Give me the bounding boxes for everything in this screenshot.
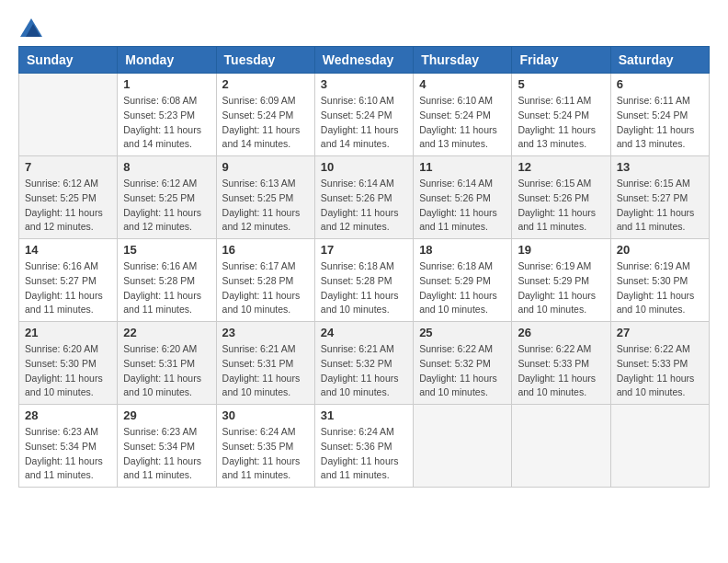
day-number: 1	[123, 77, 210, 91]
day-number: 25	[419, 326, 506, 339]
day-number: 10	[321, 160, 407, 174]
calendar-cell: 5Sunrise: 6:11 AM Sunset: 5:24 PM Daylig…	[512, 74, 610, 156]
day-info: Sunrise: 6:24 AM Sunset: 5:36 PM Dayligh…	[321, 425, 407, 483]
day-info: Sunrise: 6:18 AM Sunset: 5:29 PM Dayligh…	[419, 259, 506, 317]
day-info: Sunrise: 6:24 AM Sunset: 5:35 PM Dayligh…	[222, 425, 309, 483]
day-number: 24	[321, 326, 407, 339]
calendar-table: SundayMondayTuesdayWednesdayThursdayFrid…	[18, 46, 710, 488]
calendar-cell: 11Sunrise: 6:14 AM Sunset: 5:26 PM Dayli…	[414, 156, 512, 239]
calendar-cell: 8Sunrise: 6:12 AM Sunset: 5:25 PM Daylig…	[118, 156, 216, 239]
header-monday: Monday	[118, 47, 216, 74]
header-thursday: Thursday	[414, 47, 512, 74]
header-sunday: Sunday	[19, 47, 118, 74]
day-info: Sunrise: 6:23 AM Sunset: 5:34 PM Dayligh…	[123, 425, 210, 483]
day-info: Sunrise: 6:21 AM Sunset: 5:31 PM Dayligh…	[222, 342, 309, 400]
day-info: Sunrise: 6:22 AM Sunset: 5:32 PM Dayligh…	[419, 342, 506, 400]
day-info: Sunrise: 6:20 AM Sunset: 5:31 PM Dayligh…	[123, 342, 210, 400]
calendar-cell: 17Sunrise: 6:18 AM Sunset: 5:28 PM Dayli…	[314, 239, 413, 322]
day-info: Sunrise: 6:14 AM Sunset: 5:26 PM Dayligh…	[321, 177, 407, 235]
calendar-cell: 14Sunrise: 6:16 AM Sunset: 5:27 PM Dayli…	[19, 239, 118, 322]
day-info: Sunrise: 6:22 AM Sunset: 5:33 PM Dayligh…	[518, 342, 604, 400]
calendar-cell: 10Sunrise: 6:14 AM Sunset: 5:26 PM Dayli…	[314, 156, 413, 239]
day-info: Sunrise: 6:12 AM Sunset: 5:25 PM Dayligh…	[25, 177, 111, 235]
day-info: Sunrise: 6:19 AM Sunset: 5:29 PM Dayligh…	[518, 259, 604, 317]
calendar-cell: 22Sunrise: 6:20 AM Sunset: 5:31 PM Dayli…	[118, 322, 216, 405]
day-info: Sunrise: 6:15 AM Sunset: 5:26 PM Dayligh…	[518, 177, 604, 235]
day-number: 23	[222, 326, 309, 339]
day-info: Sunrise: 6:14 AM Sunset: 5:26 PM Dayligh…	[419, 177, 506, 235]
day-info: Sunrise: 6:19 AM Sunset: 5:30 PM Dayligh…	[617, 259, 703, 317]
day-info: Sunrise: 6:13 AM Sunset: 5:25 PM Dayligh…	[222, 177, 309, 235]
day-number: 13	[617, 160, 703, 174]
calendar-cell: 2Sunrise: 6:09 AM Sunset: 5:24 PM Daylig…	[216, 74, 314, 156]
day-number: 5	[518, 77, 604, 91]
page-header	[18, 18, 710, 37]
day-number: 3	[321, 77, 407, 91]
calendar-cell: 31Sunrise: 6:24 AM Sunset: 5:36 PM Dayli…	[314, 405, 413, 488]
calendar-cell: 7Sunrise: 6:12 AM Sunset: 5:25 PM Daylig…	[19, 156, 118, 239]
logo	[18, 18, 42, 37]
day-number: 18	[419, 243, 506, 257]
day-number: 17	[321, 243, 407, 257]
day-number: 7	[25, 160, 111, 174]
calendar-cell: 6Sunrise: 6:11 AM Sunset: 5:24 PM Daylig…	[610, 74, 709, 156]
day-info: Sunrise: 6:12 AM Sunset: 5:25 PM Dayligh…	[123, 177, 210, 235]
day-info: Sunrise: 6:21 AM Sunset: 5:32 PM Dayligh…	[321, 342, 407, 400]
calendar-cell: 4Sunrise: 6:10 AM Sunset: 5:24 PM Daylig…	[414, 74, 512, 156]
calendar-week-1: 7Sunrise: 6:12 AM Sunset: 5:25 PM Daylig…	[19, 156, 710, 239]
day-number: 20	[617, 243, 703, 257]
calendar-week-3: 21Sunrise: 6:20 AM Sunset: 5:30 PM Dayli…	[19, 322, 710, 405]
header-friday: Friday	[512, 47, 610, 74]
calendar-cell: 24Sunrise: 6:21 AM Sunset: 5:32 PM Dayli…	[314, 322, 413, 405]
calendar-cell: 27Sunrise: 6:22 AM Sunset: 5:33 PM Dayli…	[610, 322, 709, 405]
calendar-cell: 15Sunrise: 6:16 AM Sunset: 5:28 PM Dayli…	[118, 239, 216, 322]
day-number: 30	[222, 408, 309, 422]
day-number: 19	[518, 243, 604, 257]
day-info: Sunrise: 6:08 AM Sunset: 5:23 PM Dayligh…	[123, 94, 210, 152]
day-number: 28	[25, 408, 111, 422]
calendar-header-row: SundayMondayTuesdayWednesdayThursdayFrid…	[19, 47, 710, 74]
day-number: 2	[222, 77, 309, 91]
calendar-week-0: 1Sunrise: 6:08 AM Sunset: 5:23 PM Daylig…	[19, 74, 710, 156]
calendar-cell: 9Sunrise: 6:13 AM Sunset: 5:25 PM Daylig…	[216, 156, 314, 239]
day-info: Sunrise: 6:15 AM Sunset: 5:27 PM Dayligh…	[617, 177, 703, 235]
calendar-cell: 26Sunrise: 6:22 AM Sunset: 5:33 PM Dayli…	[512, 322, 610, 405]
calendar-cell: 16Sunrise: 6:17 AM Sunset: 5:28 PM Dayli…	[216, 239, 314, 322]
calendar-cell: 12Sunrise: 6:15 AM Sunset: 5:26 PM Dayli…	[512, 156, 610, 239]
day-number: 16	[222, 243, 309, 257]
day-info: Sunrise: 6:09 AM Sunset: 5:24 PM Dayligh…	[222, 94, 309, 152]
day-number: 15	[123, 243, 210, 257]
calendar-cell	[414, 405, 512, 488]
header-tuesday: Tuesday	[216, 47, 314, 74]
calendar-cell: 19Sunrise: 6:19 AM Sunset: 5:29 PM Dayli…	[512, 239, 610, 322]
day-number: 12	[518, 160, 604, 174]
calendar-cell: 13Sunrise: 6:15 AM Sunset: 5:27 PM Dayli…	[610, 156, 709, 239]
day-info: Sunrise: 6:18 AM Sunset: 5:28 PM Dayligh…	[321, 259, 407, 317]
calendar-week-2: 14Sunrise: 6:16 AM Sunset: 5:27 PM Dayli…	[19, 239, 710, 322]
calendar-cell: 1Sunrise: 6:08 AM Sunset: 5:23 PM Daylig…	[118, 74, 216, 156]
day-number: 26	[518, 326, 604, 339]
day-info: Sunrise: 6:20 AM Sunset: 5:30 PM Dayligh…	[25, 342, 111, 400]
day-info: Sunrise: 6:11 AM Sunset: 5:24 PM Dayligh…	[518, 94, 604, 152]
calendar-cell: 28Sunrise: 6:23 AM Sunset: 5:34 PM Dayli…	[19, 405, 118, 488]
calendar-cell: 21Sunrise: 6:20 AM Sunset: 5:30 PM Dayli…	[19, 322, 118, 405]
day-number: 4	[419, 77, 506, 91]
day-number: 14	[25, 243, 111, 257]
header-saturday: Saturday	[610, 47, 709, 74]
calendar-cell: 3Sunrise: 6:10 AM Sunset: 5:24 PM Daylig…	[314, 74, 413, 156]
day-number: 6	[617, 77, 703, 91]
calendar-cell: 20Sunrise: 6:19 AM Sunset: 5:30 PM Dayli…	[610, 239, 709, 322]
calendar-cell: 25Sunrise: 6:22 AM Sunset: 5:32 PM Dayli…	[414, 322, 512, 405]
header-wednesday: Wednesday	[314, 47, 413, 74]
day-number: 21	[25, 326, 111, 339]
day-info: Sunrise: 6:16 AM Sunset: 5:28 PM Dayligh…	[123, 259, 210, 317]
day-number: 29	[123, 408, 210, 422]
calendar-cell	[19, 74, 118, 156]
calendar-week-4: 28Sunrise: 6:23 AM Sunset: 5:34 PM Dayli…	[19, 405, 710, 488]
day-info: Sunrise: 6:11 AM Sunset: 5:24 PM Dayligh…	[617, 94, 703, 152]
calendar-cell	[512, 405, 610, 488]
day-info: Sunrise: 6:23 AM Sunset: 5:34 PM Dayligh…	[25, 425, 111, 483]
calendar-cell: 18Sunrise: 6:18 AM Sunset: 5:29 PM Dayli…	[414, 239, 512, 322]
calendar-cell: 23Sunrise: 6:21 AM Sunset: 5:31 PM Dayli…	[216, 322, 314, 405]
day-info: Sunrise: 6:10 AM Sunset: 5:24 PM Dayligh…	[419, 94, 506, 152]
